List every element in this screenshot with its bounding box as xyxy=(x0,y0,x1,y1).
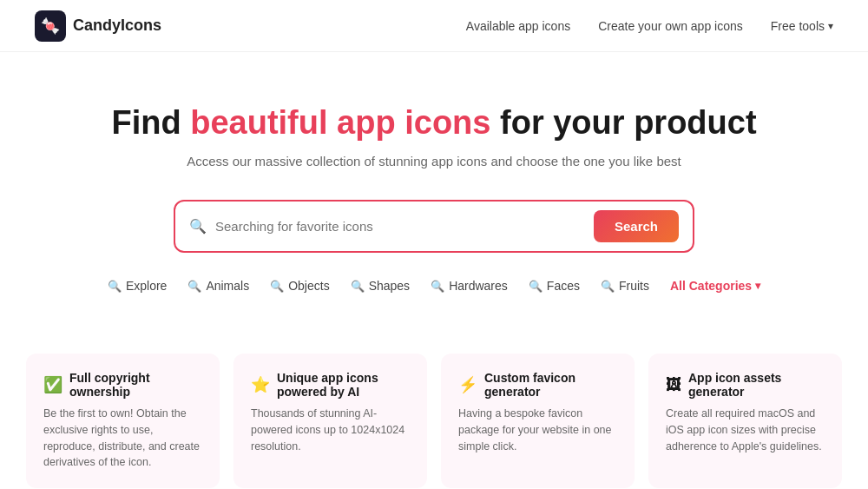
feature-assets: 🖼 App icon assets generator Create all r… xyxy=(648,354,842,488)
category-fruits[interactable]: 🔍 Fruits xyxy=(601,279,649,293)
nav-available-icons[interactable]: Available app icons xyxy=(466,19,570,33)
category-fruits-label: Fruits xyxy=(619,279,649,293)
feature-copyright: ✅ Full copyright ownership Be the first … xyxy=(26,354,220,488)
categories-bar: 🔍 Explore 🔍 Animals 🔍 Objects 🔍 Shapes 🔍… xyxy=(17,279,851,293)
search-icon: 🔍 xyxy=(270,280,284,293)
feature-copyright-desc: Be the first to own! Obtain the exclusiv… xyxy=(43,406,202,471)
category-faces-label: Faces xyxy=(547,279,580,293)
category-animals-label: Animals xyxy=(206,279,249,293)
checkmark-icon: ✅ xyxy=(43,375,62,394)
category-shapes[interactable]: 🔍 Shapes xyxy=(351,279,410,293)
category-explore[interactable]: 🔍 Explore xyxy=(108,279,167,293)
feature-assets-title: 🖼 App icon assets generator xyxy=(666,371,825,399)
category-explore-label: Explore xyxy=(126,279,167,293)
nav-free-tools[interactable]: Free tools ▾ xyxy=(771,19,833,33)
logo-icon: 🍬 xyxy=(35,10,66,42)
feature-ai-title: ⭐ Unique app icons powered by AI xyxy=(251,371,410,399)
feature-ai: ⭐ Unique app icons powered by AI Thousan… xyxy=(233,354,427,488)
search-button[interactable]: Search xyxy=(594,210,679,242)
headline-highlight: beautiful app icons xyxy=(190,104,490,141)
nav-create-icons[interactable]: Create your own app icons xyxy=(598,19,743,33)
logo-text: CandyIcons xyxy=(73,17,161,35)
star-icon: ⭐ xyxy=(251,375,270,394)
search-icon: 🔍 xyxy=(351,280,365,293)
search-icon: 🔍 xyxy=(108,280,122,293)
search-icon: 🔍 xyxy=(431,280,444,293)
feature-favicon-title: ⚡ Custom favicon generator xyxy=(458,371,617,399)
feature-favicon-desc: Having a bespoke favicon package for you… xyxy=(458,406,617,454)
hero-section: Find beautiful app icons for your produc… xyxy=(0,52,868,354)
chevron-down-icon: ▾ xyxy=(828,20,833,32)
feature-copyright-title: ✅ Full copyright ownership xyxy=(43,371,202,399)
search-icon: 🔍 xyxy=(189,218,207,235)
chevron-down-icon: ▾ xyxy=(755,280,760,292)
search-input[interactable] xyxy=(215,219,585,234)
logo[interactable]: 🍬 CandyIcons xyxy=(35,10,161,42)
features-section: ✅ Full copyright ownership Be the first … xyxy=(0,354,868,488)
category-all-label: All Categories xyxy=(670,279,752,293)
search-icon: 🔍 xyxy=(187,280,201,293)
image-icon: 🖼 xyxy=(666,376,681,394)
lightning-icon: ⚡ xyxy=(458,375,477,394)
headline-start: Find xyxy=(111,104,190,141)
feature-assets-desc: Create all required macOS and iOS app ic… xyxy=(666,406,825,454)
navigation: 🍬 CandyIcons Available app icons Create … xyxy=(0,0,868,52)
feature-ai-desc: Thousands of stunning AI-powered icons u… xyxy=(251,406,410,454)
hero-subtitle: Access our massive collection of stunnin… xyxy=(17,154,851,169)
feature-favicon: ⚡ Custom favicon generator Having a besp… xyxy=(441,354,635,488)
headline-end: for your product xyxy=(490,104,756,141)
category-objects[interactable]: 🔍 Objects xyxy=(270,279,329,293)
category-animals[interactable]: 🔍 Animals xyxy=(187,279,249,293)
category-hardwares-label: Hardwares xyxy=(449,279,508,293)
category-faces[interactable]: 🔍 Faces xyxy=(529,279,580,293)
search-icon: 🔍 xyxy=(601,280,615,293)
category-shapes-label: Shapes xyxy=(369,279,410,293)
search-box: 🔍 Search xyxy=(174,200,694,253)
search-container: 🔍 Search xyxy=(17,200,851,253)
category-all[interactable]: All Categories ▾ xyxy=(670,279,760,293)
category-objects-label: Objects xyxy=(288,279,329,293)
hero-headline: Find beautiful app icons for your produc… xyxy=(17,104,851,142)
category-hardwares[interactable]: 🔍 Hardwares xyxy=(431,279,508,293)
search-icon: 🔍 xyxy=(529,280,542,293)
nav-links: Available app icons Create your own app … xyxy=(466,19,833,33)
